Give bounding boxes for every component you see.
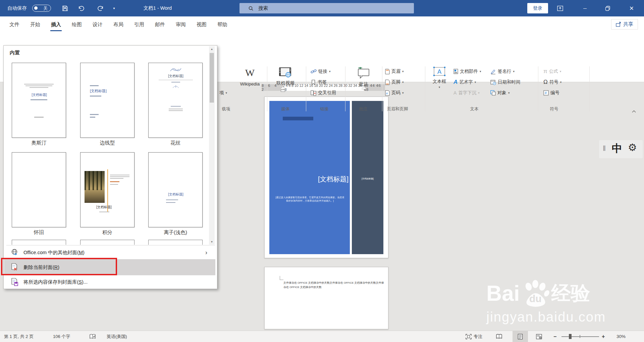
tab-home[interactable]: 开始 xyxy=(25,16,46,32)
cover-thumbnail-integral[interactable]: [文档标题] xyxy=(80,152,135,227)
tab-draw[interactable]: 绘图 xyxy=(66,16,87,32)
page-indicator[interactable]: 第 1 页, 共 2 页 xyxy=(4,331,34,342)
text-line xyxy=(90,114,99,115)
minimize-button[interactable]: ─ xyxy=(578,0,592,16)
link-button[interactable]: 链接 ▾ xyxy=(311,67,331,75)
equation-button[interactable]: π 公式 ▾ xyxy=(543,67,561,75)
focus-mode-button[interactable]: 专注 xyxy=(466,331,482,342)
ime-drag-handle[interactable]: ‖ xyxy=(603,144,606,153)
text-box-button[interactable]: A 文本框 ▾ xyxy=(430,66,449,89)
bookmark-button[interactable]: 书签 xyxy=(311,78,327,86)
zoom-slider-thumb[interactable] xyxy=(569,334,572,339)
drop-cap-button[interactable]: A 首字下沉 ▾ xyxy=(453,89,480,97)
tab-design[interactable]: 设计 xyxy=(87,16,108,32)
text-line xyxy=(99,212,109,212)
scrollbar-up-button[interactable]: ▲ xyxy=(209,46,215,52)
date-time-icon xyxy=(490,79,496,85)
web-layout-icon xyxy=(536,334,542,339)
save-icon xyxy=(62,5,68,12)
undo-button[interactable] xyxy=(74,0,88,16)
cover-thumbnail-partial[interactable] xyxy=(80,240,135,245)
print-layout-button[interactable] xyxy=(518,331,523,342)
group-divider xyxy=(589,66,590,111)
cover-subtitle: [文档副标题] xyxy=(352,177,383,180)
online-video-button[interactable]: 联机视频 xyxy=(274,67,297,86)
scrollbar-down-button[interactable]: ▼ xyxy=(209,239,215,245)
tab-references[interactable]: 引用 xyxy=(129,16,150,32)
search-input[interactable]: 搜索 xyxy=(239,3,414,13)
title-bar: 自动保存 关 ▾ 文档1 - Word 搜索 登录 ─ × xyxy=(0,0,644,16)
gear-icon[interactable]: ⚙ xyxy=(628,141,637,153)
bookmark-icon xyxy=(311,79,316,85)
symbol-icon: Ω xyxy=(543,79,548,86)
cross-reference-button[interactable]: 交叉引用 xyxy=(311,89,336,97)
close-button[interactable]: × xyxy=(623,0,640,16)
read-mode-button[interactable] xyxy=(496,331,502,342)
ime-language-indicator[interactable]: 中 xyxy=(612,141,622,156)
page-number-button[interactable]: # 页码 ▾ xyxy=(385,89,404,97)
scrollbar-thumb[interactable] xyxy=(210,53,214,103)
tab-label: 引用 xyxy=(134,21,144,27)
quick-access-more-button[interactable]: ▾ xyxy=(110,0,118,16)
text-line xyxy=(110,176,129,177)
redo-button[interactable] xyxy=(94,0,107,16)
web-layout-button[interactable] xyxy=(536,331,542,342)
quick-parts-button[interactable]: 文档部件 ▾ xyxy=(453,67,481,75)
text-line xyxy=(169,109,183,109)
footer-button[interactable]: 页脚 ▾ xyxy=(385,78,404,86)
wikipedia-label: Wikipedia xyxy=(240,81,260,87)
tab-review[interactable]: 审阅 xyxy=(170,16,191,32)
collapse-ribbon-button[interactable] xyxy=(632,108,636,111)
proofing-status-button[interactable] xyxy=(89,331,96,342)
zoom-out-button[interactable]: − xyxy=(553,331,556,342)
cover-thumbnail-partial[interactable] xyxy=(12,240,66,245)
ribbon-display-options-button[interactable] xyxy=(553,0,568,16)
cover-thumbnail-ion-light[interactable]: [文档标题] xyxy=(148,152,203,227)
restore-button[interactable] xyxy=(600,0,615,16)
wordart-button[interactable]: A 艺术字 ▾ xyxy=(453,78,476,86)
tab-file[interactable]: 文件 xyxy=(4,16,25,32)
menu-label: 将所选内容保存到封面库(S)... xyxy=(23,279,88,285)
zoom-level[interactable]: 30% xyxy=(616,331,626,342)
cover-thumbnail-sideline[interactable]: [文档标题] xyxy=(80,63,135,138)
cover-thumbnail-partial[interactable] xyxy=(148,240,203,245)
tab-label: 文件 xyxy=(9,21,19,27)
document-page-1[interactable]: [文档标题] [通过迷人的摘要吸引您的读者。它通常是文件的简短摘要。当您准备好添… xyxy=(264,97,388,258)
document-page-2[interactable]: 文件保存在 OFFICE 文档保存中的天数文件保存在 OFFICE 文档保存中的… xyxy=(264,267,388,329)
wordart-label: 艺术字 xyxy=(459,79,473,85)
redo-icon xyxy=(97,5,104,12)
zoom-in-button[interactable]: + xyxy=(602,331,605,342)
tab-mailings[interactable]: 邮件 xyxy=(150,16,170,32)
tab-layout[interactable]: 布局 xyxy=(108,16,129,32)
save-button[interactable] xyxy=(59,0,71,16)
word-count[interactable]: 106 个字 xyxy=(53,331,70,342)
share-button[interactable]: 共享 xyxy=(611,19,638,30)
hanging-indent-marker[interactable] xyxy=(280,87,285,89)
cover-thumbnail-austin[interactable]: [文档标题] xyxy=(12,63,66,138)
tab-insert[interactable]: 插入 xyxy=(46,16,66,32)
my-addins-button-partial[interactable]: 项 ▾ xyxy=(219,89,227,97)
object-button[interactable]: 对象 ▾ xyxy=(490,89,510,97)
symbol-button[interactable]: Ω 符号 ▾ xyxy=(543,78,561,86)
autosave-toggle[interactable]: 关 xyxy=(32,5,51,12)
tab-view[interactable]: 视图 xyxy=(191,16,212,32)
cover-thumbnail-retrospect[interactable] xyxy=(12,152,66,227)
comment-button[interactable]: 批注 xyxy=(355,66,372,87)
date-time-button[interactable]: 日期和时间 xyxy=(490,78,521,86)
sign-in-button[interactable]: 登录 xyxy=(527,3,548,13)
wikipedia-button[interactable]: W Wikipedia xyxy=(235,66,265,87)
menu-item-save-to-gallery[interactable]: 将所选内容保存到封面库(S)... xyxy=(4,276,215,288)
text-line xyxy=(30,87,48,88)
zoom-slider-track[interactable] xyxy=(561,336,599,337)
text-line xyxy=(110,184,118,185)
menu-item-more-covers[interactable]: Office.com 中的其他封面(M) › xyxy=(4,246,215,259)
cover-thumbnail-filigree[interactable]: [文档标题] xyxy=(148,63,203,138)
svg-text:#: # xyxy=(386,92,388,95)
header-button[interactable]: 页眉 ▾ xyxy=(385,67,404,75)
cover-blue-panel: [文档标题] [通过迷人的摘要吸引您的读者。它通常是文件的简短摘要。当您准备好添… xyxy=(269,101,350,254)
tab-help[interactable]: 帮助 xyxy=(212,16,233,32)
numbering-button[interactable]: # 编号 xyxy=(543,89,559,97)
left-indent-marker[interactable] xyxy=(281,90,285,92)
signature-line-button[interactable]: 签名行 ▾ xyxy=(490,67,515,75)
language-indicator[interactable]: 英语(美国) xyxy=(107,331,127,342)
